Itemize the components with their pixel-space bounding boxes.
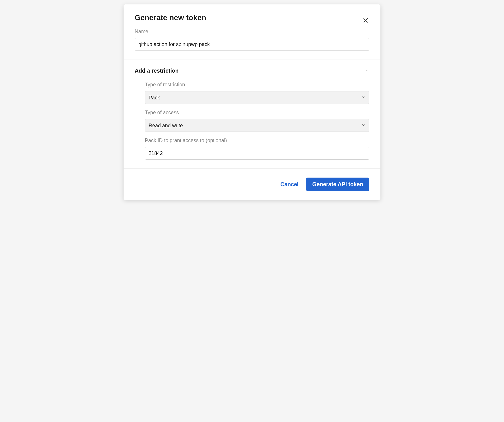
restriction-type-select[interactable]: Pack — [145, 91, 369, 104]
dialog-header: Generate new token — [124, 4, 380, 29]
restriction-type-label: Type of restriction — [145, 82, 369, 88]
close-button[interactable] — [361, 16, 371, 26]
restriction-title: Add a restriction — [135, 67, 179, 74]
name-label: Name — [135, 29, 369, 35]
access-type-label: Type of access — [145, 110, 369, 116]
close-icon — [362, 17, 369, 24]
access-type-field: Type of access Read and write — [145, 110, 369, 132]
pack-id-label: Pack ID to grant access to (optional) — [145, 137, 369, 143]
name-section: Name — [124, 29, 380, 59]
restriction-header[interactable]: Add a restriction — [135, 67, 369, 74]
name-input[interactable] — [135, 38, 369, 51]
restriction-section: Add a restriction Type of restriction Pa… — [124, 60, 380, 168]
restriction-type-select-wrapper: Pack — [145, 91, 369, 104]
restriction-type-field: Type of restriction Pack — [145, 82, 369, 104]
access-type-select[interactable]: Read and write — [145, 119, 369, 132]
restriction-fields: Type of restriction Pack Type of access — [135, 82, 369, 160]
access-type-select-wrapper: Read and write — [145, 119, 369, 132]
chevron-up-icon — [365, 68, 369, 73]
generate-token-dialog: Generate new token Name Add a restrictio… — [124, 4, 380, 200]
dialog-title: Generate new token — [135, 13, 369, 22]
pack-id-input[interactable] — [145, 147, 369, 160]
generate-token-button[interactable]: Generate API token — [306, 178, 369, 191]
pack-id-field: Pack ID to grant access to (optional) — [145, 137, 369, 160]
cancel-button[interactable]: Cancel — [279, 179, 299, 189]
dialog-footer: Cancel Generate API token — [124, 169, 380, 200]
